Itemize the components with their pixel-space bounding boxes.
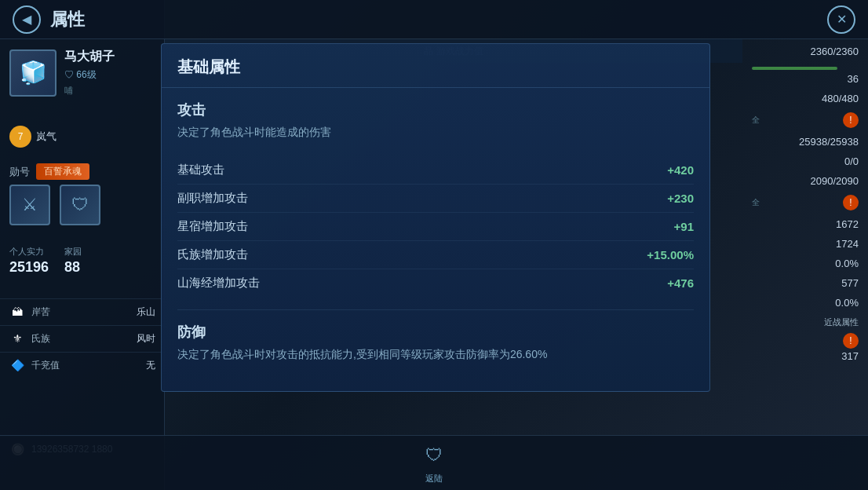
defense-desc: 决定了角色战斗时对攻击的抵抗能力,受到相同等级玩家攻击防御率为26.60% [177,346,694,363]
stat-row-clan-attack: 氏族增加攻击 +15.00% [177,241,694,269]
val4-row: ! 317 [752,333,859,362]
full-label: 全 [752,115,760,126]
val3: 577 [752,277,859,289]
id-label: 千兖值 [31,359,60,372]
character-info: 🧊 马大胡子 ♡ 66级 哺 [0,39,165,106]
alert-icon-2: ! [843,195,859,210]
pct1: 0.0% [752,258,859,269]
base-attack-label: 基础攻击 [177,163,224,177]
pct2-row: 0.0% [752,297,859,309]
modal-header: 基础属性 [162,44,709,88]
spirit-label: 岚气 [36,130,57,144]
sub-attack-label: 副职增加攻击 [177,191,248,206]
pct2: 0.0% [752,297,859,309]
stat-row-base-attack: 基础攻击 +420 [177,156,694,185]
hp-value: 2360/2360 [752,46,859,57]
val3-row: 577 [752,277,859,289]
mp-value: 480/480 [752,93,859,104]
shanhai-attack-value: +476 [667,276,694,290]
defense-section: 防御 决定了角色战斗时对攻击的抵抗能力,受到相同等级玩家攻击防御率为26.60% [177,323,694,363]
clan-value: 88 [64,259,82,276]
clan-attack-value: +15.00% [647,248,694,261]
val4: 317 [752,350,859,362]
melee-label: 近战属性 [752,316,859,328]
stat-row-shanhai-attack: 山海经增加攻击 +476 [177,269,694,297]
personal-strength-value: 25196 [9,259,49,276]
modal-panel: 基础属性 攻击 决定了角色战斗时能造成的伤害 基础攻击 +420 副职增加攻击 … [161,43,710,392]
stats-section: 个人实力 25196 家园 88 [0,240,165,282]
region-row: 🏔 岸苦 乐山 [0,298,165,324]
region-label: 岸苦 [31,305,50,319]
stat3-value: 2090/2090 [752,175,859,187]
stat3-row: 2090/2090 [752,175,859,187]
stat1-value: 25938/25938 [752,136,859,148]
clan-label: 家园 [64,246,82,258]
val1-row: 1672 [752,218,859,230]
char-level: ♡ 66级 [64,68,115,82]
order-label: 勋号 [9,165,30,179]
stat2-row: 0/0 [752,155,859,167]
level-num: 36 [752,73,859,85]
val1: 1672 [752,218,859,230]
modal-body: 攻击 决定了角色战斗时能造成的伤害 基础攻击 +420 副职增加攻击 +230 … [162,88,709,391]
star-attack-value: +91 [674,220,694,233]
spirit-badge: 7 岚气 [9,126,57,148]
clan2-icon: ⚜ [9,331,25,346]
right-panel: 2360/2360 36 480/480 全 ! 25938/25938 0/0… [742,39,868,490]
return-icon: 🛡 [420,441,448,470]
back-button[interactable]: ◀ [13,5,41,34]
personal-strength: 个人实力 25196 [9,246,49,276]
pct1-row: 0.0% [752,258,859,269]
char-name: 马大胡子 [64,49,115,65]
stat-row-sub-attack: 副职增加攻击 +230 [177,185,694,213]
skill-icon-1[interactable]: ⚔ [9,185,50,225]
region-value: 乐山 [137,305,155,319]
page-title: 属性 [50,8,85,31]
char-details: 马大胡子 ♡ 66级 哺 [64,49,115,97]
stat-row-star-attack: 星宿增加攻击 +91 [177,213,694,241]
section-divider [177,309,694,310]
region-icon: 🏔 [9,304,25,320]
hp-row: 2360/2360 [752,46,859,57]
stat2-value: 0/0 [752,155,859,167]
spirit-icon: 7 [9,126,31,148]
char-extra: 哺 [64,85,115,97]
level-row: 36 [752,65,859,85]
clan2-row: ⚜ 氏族 风时 [0,325,165,351]
modal-title: 基础属性 [177,58,240,75]
shanhai-attack-label: 山海经增加攻击 [177,276,260,291]
clan-stat: 家园 88 [64,246,82,276]
attack-desc: 决定了角色战斗时能造成的伤害 [177,124,694,141]
left-panel: 🧊 马大胡子 ♡ 66级 哺 7 岚气 勋号 百誓承魂 ⚔ 🛡 个人实力 251… [0,0,165,490]
bottom-return-button[interactable]: 🛡 返陆 [420,441,448,485]
alert-icon-1: ! [843,112,859,128]
clan2-value: 风时 [137,332,155,346]
order-badge: 百誓承魂 [36,163,89,180]
id-row: 🔷 千兖值 无 [0,352,165,378]
id-icon: 🔷 [9,357,25,373]
skill-row: ⚔ 🛡 [9,185,100,225]
bottom-bar: 🛡 返陆 [0,435,868,490]
return-label: 返陆 [425,473,443,485]
val2-row: 1724 [752,238,859,250]
order-section: 勋号 百誓承魂 [0,157,165,186]
header-bar: ◀ 属性 ✕ [0,0,868,39]
skill-icon-2[interactable]: 🛡 [60,185,100,225]
base-attack-value: +420 [667,163,694,177]
stat1-row: 25938/25938 [752,136,859,148]
char-avatar: 🧊 [9,49,57,97]
sub-attack-value: +230 [667,192,694,205]
star-attack-label: 星宿增加攻击 [177,219,248,234]
defense-title: 防御 [177,323,694,342]
mp-row: 480/480 [752,93,859,104]
attack-title: 攻击 [177,101,694,119]
clan-attack-label: 氏族增加攻击 [177,247,248,262]
close-button[interactable]: ✕ [827,5,855,34]
id-value: 无 [146,359,155,372]
personal-strength-label: 个人实力 [9,246,49,258]
attack-section: 攻击 决定了角色战斗时能造成的伤害 基础攻击 +420 副职增加攻击 +230 … [177,101,694,297]
alert-icon-3: ! [843,333,859,349]
full2-label: 全 [752,197,760,208]
val2: 1724 [752,238,859,250]
clan2-label: 氏族 [31,332,50,346]
